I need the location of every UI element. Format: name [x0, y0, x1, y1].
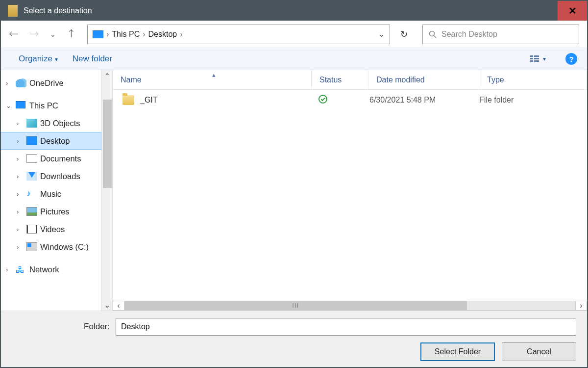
tree-item-label: Music	[40, 189, 61, 199]
folder-name-input[interactable]	[116, 318, 576, 336]
close-button[interactable]: ✕	[558, 1, 587, 21]
tree-item-pictures[interactable]: ›Pictures	[1, 203, 112, 220]
chevron-right-icon: ›	[143, 30, 145, 39]
tree-item-onedrive[interactable]: ›OneDrive	[1, 74, 112, 92]
scroll-thumb[interactable]	[103, 100, 112, 188]
folder-icon	[122, 95, 134, 105]
recent-locations-dropdown[interactable]: ⌄	[50, 30, 56, 38]
column-status[interactable]: Status	[312, 70, 368, 89]
scroll-up-icon[interactable]: ⌃	[102, 70, 112, 82]
tree-item-label: Windows (C:)	[40, 242, 89, 252]
chevron-icon[interactable]: ›	[17, 173, 24, 180]
tree-item-network[interactable]: ›🖧Network	[1, 261, 112, 278]
dialog-footer: Folder: Select Folder Cancel	[1, 311, 587, 367]
view-grid-icon	[530, 55, 539, 62]
file-row[interactable]: _GIT6/30/2021 5:48 PMFile folder	[113, 90, 587, 110]
search-icon	[429, 30, 437, 38]
breadcrumb-item[interactable]: Desktop	[148, 30, 177, 39]
tree-item-label: Videos	[40, 225, 65, 234]
scroll-down-icon[interactable]: ⌄	[102, 299, 112, 311]
breadcrumb-item[interactable]: This PC	[112, 30, 140, 39]
tree-item-music[interactable]: ›♪Music	[1, 185, 112, 203]
pc-icon	[93, 30, 103, 38]
chevron-icon[interactable]: ›	[6, 79, 13, 87]
chevron-right-icon: ›	[180, 30, 182, 39]
svg-point-0	[430, 31, 435, 36]
tree-item-downloads[interactable]: ›Downloads	[1, 167, 112, 185]
chevron-icon[interactable]: ⌄	[6, 102, 13, 109]
file-type: File folder	[479, 96, 587, 105]
file-list-pane: Name▴ Status Date modified Type _GIT6/30…	[113, 70, 587, 311]
view-options-button[interactable]: ▾	[530, 55, 546, 62]
tree-item-label: 3D Objects	[40, 119, 80, 128]
tree-scrollbar[interactable]: ⌃ ⌄	[101, 70, 112, 311]
file-date: 6/30/2021 5:48 PM	[368, 96, 479, 105]
cancel-button[interactable]: Cancel	[502, 342, 576, 361]
chevron-icon[interactable]: ›	[17, 137, 24, 145]
folder-tree-pane: ›OneDrive⌄This PC›3D Objects›Desktop›Doc…	[1, 70, 113, 311]
file-name: _GIT	[140, 96, 158, 105]
tree-item-3d-objects[interactable]: ›3D Objects	[1, 114, 112, 132]
chevron-right-icon: ›	[106, 30, 109, 39]
tree-item-label: Downloads	[40, 172, 80, 181]
tree-item-label: Pictures	[40, 207, 70, 216]
chevron-icon[interactable]: ›	[6, 266, 13, 273]
column-name[interactable]: Name▴	[113, 70, 312, 89]
sort-asc-icon: ▴	[212, 71, 216, 79]
scroll-right-icon[interactable]: ›	[575, 301, 587, 311]
refresh-button[interactable]: ↻	[394, 25, 414, 44]
chevron-icon[interactable]: ›	[17, 243, 24, 251]
tree-item-label: This PC	[29, 101, 58, 110]
new-folder-button[interactable]: New folder	[73, 54, 112, 64]
column-headers: Name▴ Status Date modified Type	[113, 70, 587, 90]
search-placeholder: Search Desktop	[441, 30, 497, 39]
nav-row: 🡐 🡒 ⌄ 🡑 › This PC › Desktop › ⌄ ↻ Search…	[1, 21, 587, 48]
tree-item-this-pc[interactable]: ⌄This PC	[1, 97, 112, 114]
organize-menu[interactable]: Organize ▾	[19, 54, 58, 64]
folder-app-icon	[8, 5, 18, 17]
forward-button[interactable]: 🡒	[29, 28, 39, 40]
svg-line-1	[434, 35, 437, 38]
back-button[interactable]: 🡐	[9, 28, 19, 40]
chevron-icon[interactable]: ›	[17, 120, 24, 127]
tree-item-documents[interactable]: ›Documents	[1, 150, 112, 167]
tree-item-windows-c-[interactable]: ›Windows (C:)	[1, 238, 112, 256]
toolbar: Organize ▾ New folder ▾ ?	[1, 48, 587, 70]
select-folder-button[interactable]: Select Folder	[420, 342, 495, 361]
titlebar: Select a destination ✕	[1, 1, 587, 21]
tree-item-desktop[interactable]: ›Desktop	[1, 132, 112, 150]
folder-label: Folder:	[12, 322, 110, 332]
tree-item-videos[interactable]: ›Videos	[1, 220, 112, 238]
chevron-icon[interactable]: ›	[17, 155, 24, 162]
breadcrumb[interactable]: › This PC › Desktop › ⌄	[87, 25, 390, 44]
scroll-left-icon[interactable]: ‹	[113, 301, 124, 311]
horizontal-scrollbar[interactable]: ‹ lll ›	[113, 300, 587, 311]
scroll-thumb[interactable]: lll	[125, 301, 467, 310]
chevron-icon[interactable]: ›	[17, 190, 24, 198]
breadcrumb-dropdown-icon[interactable]: ⌄	[378, 29, 385, 39]
column-date[interactable]: Date modified	[368, 70, 479, 89]
tree-item-label: OneDrive	[29, 79, 64, 88]
help-button[interactable]: ?	[565, 53, 577, 65]
search-input[interactable]: Search Desktop	[422, 25, 579, 44]
up-button[interactable]: 🡑	[67, 28, 76, 40]
chevron-icon[interactable]: ›	[17, 226, 24, 233]
chevron-icon[interactable]: ›	[17, 208, 24, 215]
sync-ok-icon	[318, 95, 327, 104]
column-type[interactable]: Type	[479, 70, 587, 89]
window-title: Select a destination	[24, 6, 92, 15]
tree-item-label: Desktop	[40, 136, 70, 146]
tree-item-label: Network	[29, 265, 59, 274]
tree-item-label: Documents	[40, 154, 81, 163]
